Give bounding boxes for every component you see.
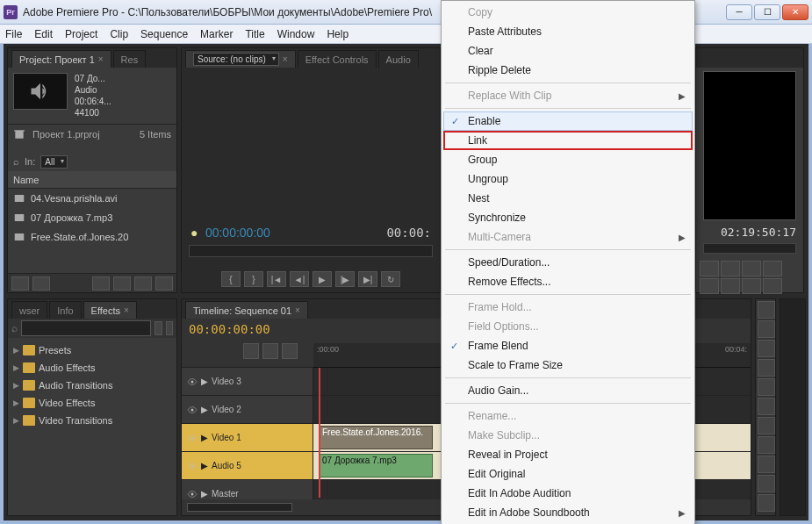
close-icon[interactable]: × xyxy=(98,54,104,64)
ctx-paste-attributes[interactable]: Paste Attributes xyxy=(443,22,693,41)
menu-project[interactable]: Project xyxy=(65,28,97,40)
zoom-tool[interactable] xyxy=(758,494,775,512)
effects-folder[interactable]: ▶Video Effects xyxy=(10,394,175,412)
ctx-scale-to-frame-size[interactable]: Scale to Frame Size xyxy=(443,355,693,375)
play-button[interactable]: ▶ xyxy=(313,271,332,287)
close-icon[interactable]: × xyxy=(283,54,288,64)
tab-audio-mixer[interactable]: Audio xyxy=(378,50,419,68)
slide-tool[interactable] xyxy=(758,436,775,454)
menu-window[interactable]: Window xyxy=(277,28,315,40)
ctx-clear[interactable]: Clear xyxy=(443,41,693,61)
prog-btn[interactable] xyxy=(742,261,761,276)
hand-tool[interactable] xyxy=(758,475,775,492)
prog-btn[interactable] xyxy=(700,278,719,294)
playhead[interactable] xyxy=(319,368,320,498)
track-select-tool[interactable] xyxy=(758,320,775,338)
effects-folder[interactable]: ▶Video Transitions xyxy=(10,412,175,429)
effects-folder[interactable]: ▶Presets xyxy=(10,341,175,359)
bin-item[interactable]: 07 Дорожка 7.mp3 xyxy=(8,208,176,227)
ctx-edit-in-adobe-soundbooth[interactable]: Edit in Adobe Soundbooth▶ xyxy=(443,503,693,522)
pen-tool[interactable] xyxy=(758,456,775,473)
trash-button[interactable] xyxy=(155,276,173,291)
prog-btn[interactable] xyxy=(700,261,719,276)
ctx-ripple-delete[interactable]: Ripple Delete xyxy=(443,61,693,80)
ctx-link[interactable]: Link xyxy=(443,131,693,150)
track-header[interactable]: ▶Video 3 xyxy=(182,368,313,395)
menu-file[interactable]: File xyxy=(5,28,22,40)
tab-timeline[interactable]: Timeline: Sequence 01× xyxy=(185,301,308,319)
loop-button[interactable]: ↻ xyxy=(381,271,400,287)
prog-btn[interactable] xyxy=(763,278,782,294)
close-button[interactable]: ✕ xyxy=(782,4,808,20)
ctx-group[interactable]: Group xyxy=(443,150,693,169)
tab-effects[interactable]: Effects× xyxy=(83,301,137,319)
icon-view-button[interactable] xyxy=(32,276,50,291)
tl-option-button[interactable] xyxy=(282,343,298,359)
ripple-tool[interactable] xyxy=(758,340,775,357)
selection-tool[interactable] xyxy=(758,301,775,319)
step-fwd-button[interactable]: |▶ xyxy=(335,271,355,287)
maximize-button[interactable]: ☐ xyxy=(754,4,780,20)
ctx-remove-effects-[interactable]: Remove Effects... xyxy=(443,272,693,291)
close-icon[interactable]: × xyxy=(124,305,129,315)
fx-filter-button[interactable] xyxy=(154,321,162,335)
step-back-button[interactable]: ◄| xyxy=(290,271,309,287)
effects-folder[interactable]: ▶Audio Effects xyxy=(10,359,175,377)
prog-btn[interactable] xyxy=(721,278,740,294)
tab-project[interactable]: Project: Проект 1× xyxy=(11,50,111,68)
ctx-edit-original[interactable]: Edit Original xyxy=(443,464,693,484)
ctx-enable[interactable]: ✓Enable xyxy=(443,111,693,131)
tab-wser[interactable]: wser xyxy=(11,301,47,319)
prog-btn[interactable] xyxy=(742,278,761,294)
program-scrubber[interactable] xyxy=(703,243,796,254)
track-header[interactable]: ▶Video 1 xyxy=(182,424,313,451)
fx-filter-button[interactable] xyxy=(166,321,174,335)
ctx-frame-blend[interactable]: ✓Frame Blend xyxy=(443,336,693,355)
effects-folder[interactable]: ▶Audio Transitions xyxy=(10,377,175,394)
ctx-ungroup[interactable]: Ungroup xyxy=(443,169,693,189)
timeline-clip[interactable]: Free.State.of.Jones.2016. xyxy=(319,426,433,449)
menu-edit[interactable]: Edit xyxy=(34,28,53,40)
tab-info[interactable]: Info xyxy=(49,301,81,319)
tab-resource[interactable]: Res xyxy=(113,50,147,68)
rolling-tool[interactable] xyxy=(758,359,775,377)
ctx-reveal-in-project[interactable]: Reveal in Project xyxy=(443,445,693,464)
menu-clip[interactable]: Clip xyxy=(110,28,128,40)
track-header[interactable]: ▶Audio 5 xyxy=(182,452,313,479)
menu-marker[interactable]: Marker xyxy=(200,28,233,40)
prog-btn[interactable] xyxy=(763,261,782,276)
track-header[interactable]: ▶Video 2 xyxy=(182,396,313,423)
name-column-header[interactable]: Name xyxy=(8,171,176,189)
menu-sequence[interactable]: Sequence xyxy=(140,28,188,40)
tab-source-label[interactable]: Source: (no clips) xyxy=(193,53,279,66)
rate-tool[interactable] xyxy=(758,378,775,396)
menu-title[interactable]: Title xyxy=(245,28,264,40)
timeline-clip[interactable]: 07 Дорожка 7.mp3 xyxy=(319,454,433,477)
goto-out-button[interactable]: ▶| xyxy=(358,271,377,287)
tab-source[interactable]: Source: (no clips)× xyxy=(185,50,296,68)
zoom-slider[interactable] xyxy=(187,503,292,512)
ctx-synchronize[interactable]: Synchronize xyxy=(443,208,693,227)
new-item-button[interactable] xyxy=(134,276,152,291)
list-view-button[interactable] xyxy=(11,276,29,291)
timeline-timecode[interactable]: 00:00:00:00 xyxy=(189,322,270,336)
in-filter-select[interactable]: All xyxy=(40,155,68,169)
ctx-audio-gain-[interactable]: Audio Gain... xyxy=(443,381,693,400)
snap-button[interactable] xyxy=(243,343,259,359)
minimize-button[interactable]: ─ xyxy=(726,4,752,20)
menu-help[interactable]: Help xyxy=(327,28,349,40)
ctx-nest[interactable]: Nest xyxy=(443,189,693,208)
source-scrubber[interactable] xyxy=(189,245,433,257)
slip-tool[interactable] xyxy=(758,417,775,434)
tab-effect-controls[interactable]: Effect Controls xyxy=(298,50,377,68)
goto-in-button[interactable]: |◄ xyxy=(267,271,286,287)
ctx-speed-duration-[interactable]: Speed/Duration... xyxy=(443,253,693,272)
bin-item[interactable]: Free.State.of.Jones.20 xyxy=(8,227,176,247)
effects-search-input[interactable] xyxy=(21,320,151,336)
mark-out-button[interactable]: } xyxy=(244,271,263,287)
close-icon[interactable]: × xyxy=(295,305,300,315)
prog-btn[interactable] xyxy=(721,261,740,276)
razor-tool[interactable] xyxy=(758,398,775,415)
find-button[interactable] xyxy=(92,276,110,291)
bin-item[interactable]: 04.Vesna.prishla.avi xyxy=(8,189,176,208)
